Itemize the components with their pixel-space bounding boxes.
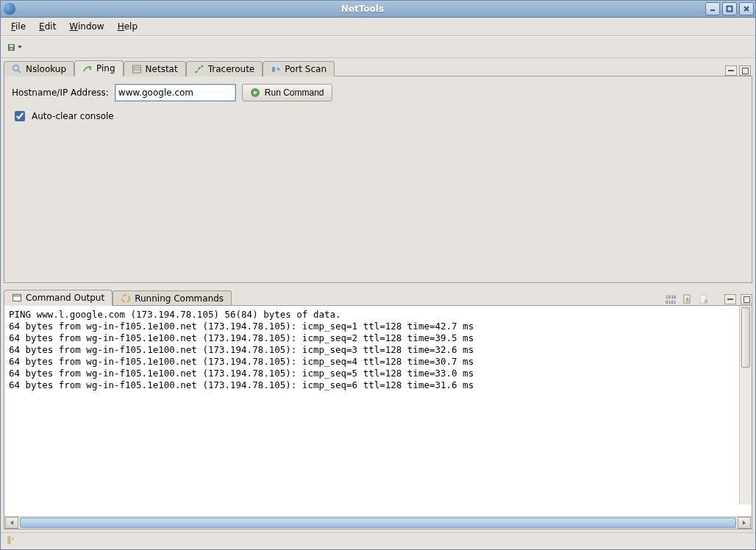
tab-label: Nslookup (26, 64, 66, 74)
portscan-icon (271, 64, 281, 74)
vertical-scroll-thumb[interactable] (741, 307, 750, 368)
tab-command-output[interactable]: Command Output (4, 290, 113, 306)
toolbar-save-button[interactable] (4, 38, 26, 56)
svg-text:0101: 0101 (666, 299, 677, 304)
output-viewport: PING www.l.google.com (173.194.78.105) 5… (4, 306, 752, 516)
bottom-tab-strip: Command Output Running Commands 10100101 (4, 288, 752, 305)
horizontal-scrollbar[interactable] (4, 516, 752, 529)
lower-pane: Command Output Running Commands 10100101 (4, 288, 752, 529)
titlebar[interactable]: NetTools (1, 1, 755, 18)
tab-running-commands[interactable]: Running Commands (113, 290, 232, 306)
run-command-label: Run Command (265, 88, 324, 98)
output-toolbar: 10100101 (666, 293, 752, 305)
save-icon (7, 43, 15, 51)
tab-netstat[interactable]: Netstat (124, 61, 186, 76)
output-pane-maximize-button[interactable] (741, 294, 752, 304)
pane-minimize-button[interactable] (725, 65, 737, 76)
binary-icon[interactable]: 10100101 (666, 293, 677, 305)
svg-point-19 (122, 295, 129, 302)
run-command-button[interactable]: Run Command (242, 84, 332, 101)
delete-page-icon[interactable] (698, 293, 710, 305)
lock-page-icon[interactable] (682, 293, 693, 305)
app-window: NetTools File Edit Window Help (0, 0, 756, 550)
autoclear-label: Auto-clear console (32, 111, 114, 121)
scroll-right-button[interactable] (738, 517, 751, 529)
menubar: File Edit Window Help (1, 18, 755, 36)
tab-label: Ping (96, 63, 115, 74)
svg-rect-6 (10, 48, 13, 50)
svg-point-28 (13, 538, 15, 540)
nslookup-icon (12, 64, 22, 74)
tab-traceroute[interactable]: Traceroute (186, 61, 263, 76)
output-text[interactable]: PING www.l.google.com (173.194.78.105) 5… (4, 306, 752, 394)
autoclear-checkbox[interactable] (15, 111, 25, 121)
scroll-left-button[interactable] (5, 517, 18, 529)
hostname-row: Hostname/IP Address: Run Command (12, 84, 744, 101)
svg-line-8 (18, 71, 21, 74)
play-icon (250, 88, 260, 98)
menu-edit[interactable]: Edit (33, 19, 62, 34)
close-icon (743, 5, 750, 12)
command-output-box: PING www.l.google.com (173.194.78.105) 5… (4, 305, 752, 529)
tab-label: Netstat (146, 64, 178, 74)
ping-panel: Hostname/IP Address: Run Command Auto-cl… (4, 76, 752, 283)
app-icon (4, 3, 15, 15)
status-indicator-icon[interactable] (5, 535, 17, 547)
top-pane-controls (725, 65, 752, 76)
tab-ping[interactable]: Ping (74, 60, 124, 76)
statusbar (1, 532, 755, 549)
svg-point-7 (13, 65, 19, 71)
vertical-scrollbar[interactable] (739, 306, 752, 504)
maximize-button[interactable] (722, 2, 737, 15)
menu-help[interactable]: Help (112, 19, 143, 34)
svg-rect-1 (727, 7, 732, 12)
tab-nslookup[interactable]: Nslookup (4, 61, 74, 76)
output-pane-minimize-button[interactable] (724, 294, 736, 304)
menu-window[interactable]: Window (63, 19, 110, 34)
terminal-icon (12, 293, 22, 303)
tab-portscan[interactable]: Port Scan (263, 61, 335, 76)
svg-rect-17 (13, 295, 21, 301)
toolbar (1, 36, 755, 58)
minimize-button[interactable] (705, 2, 720, 15)
window-title: NetTools (20, 4, 705, 14)
running-icon (121, 293, 131, 304)
traceroute-icon (194, 64, 204, 74)
svg-rect-5 (10, 45, 14, 47)
ping-panel-spacer (12, 131, 744, 275)
menu-file[interactable]: File (5, 19, 32, 34)
pane-maximize-button[interactable] (739, 65, 751, 76)
chevron-right-icon (741, 520, 747, 526)
content-area: Nslookup Ping Netstat Traceroute (1, 58, 755, 532)
hostname-label: Hostname/IP Address: (12, 88, 109, 98)
svg-rect-9 (132, 65, 140, 73)
ping-icon (82, 63, 93, 74)
minimize-icon (709, 5, 716, 12)
horizontal-scroll-track[interactable] (20, 518, 736, 528)
svg-rect-15 (272, 67, 275, 72)
svg-rect-27 (8, 537, 10, 543)
tab-label: Running Commands (135, 293, 224, 304)
tab-label: Command Output (26, 293, 104, 303)
svg-rect-23 (686, 299, 689, 302)
hostname-input[interactable] (115, 84, 236, 101)
autoclear-row: Auto-clear console (12, 109, 744, 124)
chevron-left-icon (9, 520, 15, 526)
horizontal-scroll-thumb[interactable] (20, 518, 736, 528)
netstat-icon (132, 64, 142, 74)
tab-label: Port Scan (285, 64, 327, 74)
close-button[interactable] (739, 2, 754, 15)
svg-text:1010: 1010 (666, 294, 677, 299)
maximize-icon (726, 5, 733, 12)
dropdown-icon (17, 44, 23, 50)
tab-label: Traceroute (208, 64, 255, 74)
top-tab-strip: Nslookup Ping Netstat Traceroute (4, 58, 752, 76)
